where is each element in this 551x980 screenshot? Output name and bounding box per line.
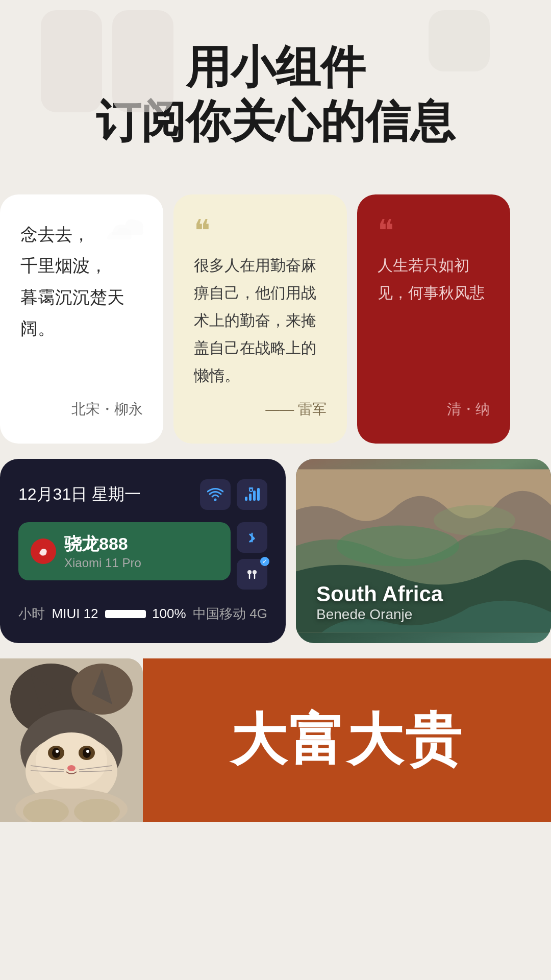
airpods-check: ✓ (260, 557, 269, 566)
miui-label: MIUI 12 (52, 606, 98, 622)
svg-point-14 (434, 505, 515, 536)
cloud-decoration (107, 210, 148, 248)
card-system-dark: 12月31日 星期一 (0, 459, 286, 643)
map-overlay: South Africa Benede Oranje (316, 582, 443, 623)
card-cat (0, 658, 143, 822)
wifi-icon-box (200, 479, 231, 510)
deco-shape-2 (112, 10, 173, 112)
svg-point-26 (86, 750, 89, 753)
quote-text-red: 人生若只如初见，何事秋风悲 (378, 252, 490, 389)
svg-point-20 (36, 732, 107, 789)
svg-point-27 (67, 765, 76, 771)
svg-rect-1 (245, 497, 247, 501)
system-section: 12月31日 星期一 (0, 459, 551, 658)
battery-percent: 100% (152, 606, 186, 622)
signal-icon-box (237, 479, 267, 510)
svg-rect-3 (253, 491, 256, 501)
bottom-section: 大富大贵 (0, 658, 551, 822)
svg-point-25 (56, 750, 59, 753)
quote-mark-beige: ❝ (194, 219, 327, 243)
snapdragon-logo (31, 538, 56, 564)
svg-point-5 (249, 488, 253, 492)
svg-rect-4 (257, 488, 260, 501)
poem-author: 北宋・柳永 (20, 400, 143, 419)
battery-bar (105, 610, 146, 618)
map-region: Benede Oranje (316, 606, 443, 623)
card-map: South Africa Benede Oranje (296, 459, 551, 643)
quote-mark-red: ❝ (378, 219, 490, 243)
airpods-icon: ✓ (237, 559, 267, 590)
deco-shape-3 (429, 10, 490, 71)
quote-author-beige: —— 雷军 (194, 400, 327, 419)
device-name: Xiaomi 11 Pro (64, 556, 141, 570)
svg-point-23 (52, 748, 60, 758)
orange-text: 大富大贵 (231, 702, 463, 778)
card-quote-red: ❝ 人生若只如初见，何事秋风悲 清・纳 (357, 194, 510, 444)
card-quote-beige: ❝ 很多人在用勤奋麻痹自己，他们用战术上的勤奋，来掩盖自己在战略上的懒惰。 ——… (173, 194, 347, 444)
quote-author-red: 清・纳 (378, 400, 490, 419)
svg-point-24 (83, 748, 91, 758)
header-section: 用小组件 订阅你关心的信息 (0, 0, 551, 179)
card-orange-text: 大富大贵 (143, 658, 551, 822)
svg-rect-2 (249, 494, 252, 501)
svg-point-0 (214, 499, 217, 501)
network-label: 中国移动 4G (193, 605, 267, 623)
chip-name: 骁龙888 (64, 532, 141, 556)
deco-shape-1 (41, 10, 102, 112)
time-label: 小时 (18, 605, 45, 623)
cat-image (0, 658, 143, 822)
map-country: South Africa (316, 582, 443, 606)
bluetooth-icon (237, 522, 267, 553)
header-title-line1: 用小组件 (186, 43, 365, 92)
quote-section: 念去去， 千里烟波， 暮霭沉沉楚天阔。 北宋・柳永 ❝ 很多人在用勤奋麻痹自己，… (0, 179, 551, 459)
system-date: 12月31日 星期一 (18, 483, 192, 506)
snapdragon-box: 骁龙888 Xiaomi 11 Pro (18, 522, 231, 580)
quote-text-beige: 很多人在用勤奋麻痹自己，他们用战术上的勤奋，来掩盖自己在战略上的懒惰。 (194, 252, 327, 389)
svg-point-13 (337, 526, 459, 567)
card-poem-white: 念去去， 千里烟波， 暮霭沉沉楚天阔。 北宋・柳永 (0, 194, 163, 444)
